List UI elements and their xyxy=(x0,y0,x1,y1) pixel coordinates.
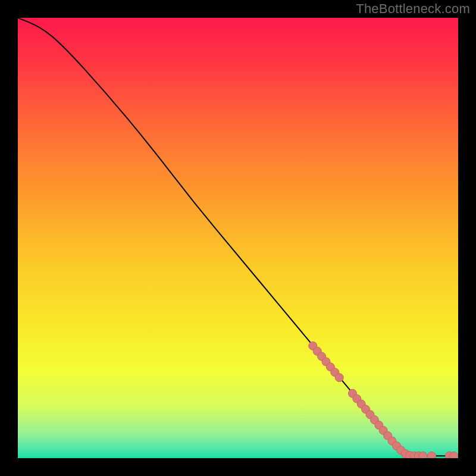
data-point xyxy=(419,452,427,458)
watermark-text: TheBottleneck.com xyxy=(356,1,470,17)
data-point xyxy=(450,452,458,458)
data-point xyxy=(428,452,436,458)
gradient-background xyxy=(18,18,458,458)
data-point xyxy=(335,374,343,382)
plot-area xyxy=(18,18,458,458)
plot-svg xyxy=(18,18,458,458)
chart-page: TheBottleneck.com xyxy=(0,0,476,476)
